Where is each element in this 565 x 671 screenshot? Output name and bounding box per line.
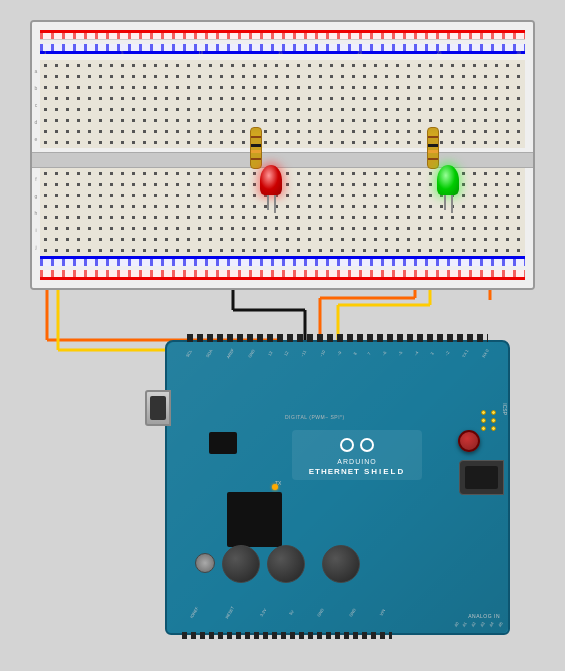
ethernet-text: ETHERNET (309, 467, 360, 476)
main-chip (227, 492, 282, 547)
capacitor-1 (222, 545, 260, 583)
arduino-logo-area: ARDUINO ETHERNET ShiELD (292, 430, 422, 480)
icsp-pin-3 (481, 418, 486, 423)
icsp-pin-5 (481, 426, 486, 431)
icsp-pin-6 (491, 426, 496, 431)
icsp-label: ICSP (502, 403, 508, 415)
icsp-pin-1 (481, 410, 486, 415)
led-red (260, 160, 282, 210)
arduino-board: SCL SDA AREF GND 13 12 ~11 ~10 ~9 8 7 ~6… (165, 340, 510, 635)
shield-text: ShiELD (364, 467, 405, 476)
board-led-tx (272, 484, 278, 490)
led-green (437, 160, 459, 210)
capacitor-2 (267, 545, 305, 583)
reset-button[interactable] (458, 430, 480, 452)
arduino-logo-right (360, 438, 374, 452)
capacitor-3 (322, 545, 360, 583)
pin-header-top (187, 334, 488, 342)
circuit-canvas: abcde fghij 151015202530 (0, 0, 565, 671)
power-pin-labels: IOREF RESET 3.3V 5V GND GND VIN (177, 585, 397, 615)
digital-pin-labels: SCL SDA AREF GND 13 12 ~11 ~10 ~9 8 7 ~6… (185, 346, 490, 360)
sd-card-slot[interactable] (459, 460, 504, 495)
breadboard: abcde fghij 151015202530 (30, 20, 535, 290)
arduino-logo (339, 434, 375, 456)
pin-label-scl: SCL (185, 348, 193, 357)
arduino-brand-text: ARDUINO (337, 458, 376, 465)
icsp-header (481, 410, 498, 431)
pin-header-bottom (182, 632, 392, 639)
usb-port (145, 390, 171, 426)
analog-pin-labels: A0 A1 A2 A3 A4 A5 (247, 617, 503, 631)
small-chip (209, 432, 237, 454)
icsp-pin-4 (491, 418, 496, 423)
capacitor-small (195, 553, 215, 573)
icsp-pin-2 (491, 410, 496, 415)
arduino-logo-left (340, 438, 354, 452)
digital-label: DIGITAL (PWM~ SPI*) (285, 414, 345, 420)
